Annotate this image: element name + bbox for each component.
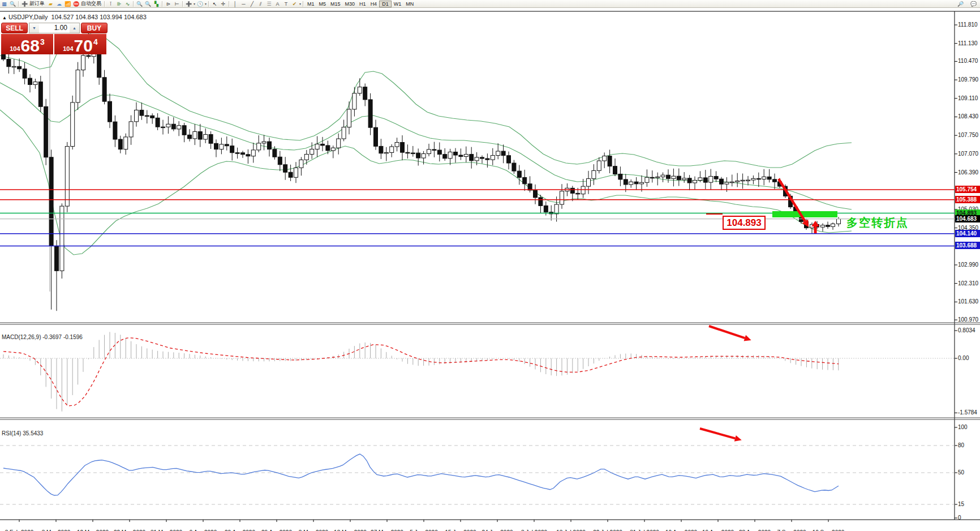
candle-body: [76, 70, 80, 102]
timeframe-m15[interactable]: M15: [328, 1, 343, 7]
text-icon[interactable]: A: [273, 1, 282, 7]
buy-button[interactable]: BUY: [81, 23, 108, 33]
rsi-direction-arrow-head: [734, 435, 742, 442]
signal-icon[interactable]: 📶: [63, 1, 72, 7]
search-icon[interactable]: 🔎: [956, 1, 965, 7]
chart-shift-icon[interactable]: ⊢: [173, 1, 181, 7]
new-order-icon[interactable]: ➕: [20, 1, 29, 7]
periods-icon[interactable]: 🕓: [196, 1, 204, 7]
crosshair-icon[interactable]: ✛: [219, 1, 227, 7]
candle-body: [182, 126, 186, 135]
volume-decrease-icon[interactable]: ▼: [29, 23, 39, 33]
price-level-label-104.683: 104.683: [955, 215, 980, 222]
timeframe-h1[interactable]: H1: [357, 1, 368, 7]
candle-body: [140, 110, 144, 115]
zoom-in-icon[interactable]: 🔍: [135, 1, 144, 7]
volume-value[interactable]: 1.00: [39, 23, 70, 33]
bid-price-box[interactable]: 104 68 3: [1, 34, 54, 54]
rsi-scale-tick: 80: [958, 442, 980, 448]
price-level-label-103.688: 103.688: [955, 242, 980, 249]
candle-body: [640, 182, 644, 183]
sell-button[interactable]: SELL: [1, 23, 28, 33]
candle-body: [512, 163, 516, 171]
fibonacci-icon[interactable]: ☰: [265, 1, 273, 7]
candle-body: [358, 87, 362, 93]
vertical-line-icon[interactable]: │: [231, 1, 239, 7]
volume-spinner[interactable]: ▼ 1.00 ▲: [29, 23, 80, 33]
volume-increase-icon[interactable]: ▲: [70, 23, 79, 33]
timeframe-h4[interactable]: H4: [368, 1, 380, 7]
candle-body: [448, 152, 452, 158]
candle-body: [427, 149, 431, 154]
candle-body: [390, 147, 394, 152]
zoom-out-icon[interactable]: 🔍: [144, 1, 152, 7]
indicators-icon[interactable]: ➕: [184, 1, 193, 7]
macd-signal-line: [3, 338, 839, 406]
feedback-icon[interactable]: 💬: [969, 1, 978, 7]
ask-price-box[interactable]: 104 70 4: [54, 34, 106, 54]
turning-point-highlight-bar[interactable]: [772, 211, 837, 217]
arrows-icon[interactable]: ✔: [290, 1, 299, 7]
timeframe-m5[interactable]: M5: [317, 1, 329, 7]
candle-body: [618, 174, 622, 179]
cloud-icon[interactable]: ☁: [55, 1, 63, 7]
candle-body: [55, 246, 59, 271]
horizontal-line-icon[interactable]: ─: [239, 1, 248, 7]
candle-body: [629, 182, 633, 185]
turning-point-annotation[interactable]: 多空转折点: [846, 215, 909, 230]
autoscroll-icon[interactable]: ⊳: [164, 1, 173, 7]
candle-body: [432, 149, 436, 151]
price-tick: 106.390: [958, 169, 980, 175]
price-annotation-box[interactable]: 104.893: [723, 216, 766, 230]
candle-body: [145, 115, 149, 117]
candle-body: [188, 135, 192, 139]
chart-window-icon[interactable]: ▦: [0, 1, 8, 7]
one-click-trade-panel: SELL ▼ 1.00 ▲ BUY 104 68 3 104 70 4: [1, 23, 108, 54]
timeframe-m1[interactable]: M1: [305, 1, 317, 7]
candle-body: [87, 55, 91, 57]
candle-body: [294, 168, 298, 177]
candle-body: [374, 127, 378, 146]
candle-body: [118, 139, 122, 149]
text-label-icon[interactable]: T: [282, 1, 290, 7]
candle-body: [220, 144, 223, 149]
autotrading-icon[interactable]: ⛔: [72, 1, 80, 7]
macd-label: MACD(12,26,9) -0.3697 -0.1596: [2, 334, 83, 340]
equidistant-channel-icon[interactable]: ⫽: [256, 1, 265, 7]
candle-body: [475, 157, 479, 161]
candle-body: [736, 181, 740, 182]
candle-body: [725, 182, 729, 184]
rsi-scale-tick: 50: [958, 469, 980, 476]
tile-windows-icon[interactable]: ▚: [152, 1, 161, 7]
periods-dropdown[interactable]: ▾: [204, 2, 207, 6]
market-watch-icon[interactable]: 🔍: [8, 1, 17, 7]
timeframe-d1[interactable]: D1: [379, 1, 392, 7]
bar-chart-icon[interactable]: ⊺: [106, 1, 115, 7]
arrows-dropdown[interactable]: ▾: [299, 2, 302, 6]
candle-body: [501, 151, 505, 156]
candle-body: [283, 165, 287, 172]
candle-body: [44, 106, 48, 157]
candle-body: [411, 153, 415, 154]
price-tick: 110.470: [958, 58, 980, 64]
candle-body: [826, 225, 830, 226]
timeframe-mn[interactable]: MN: [403, 1, 416, 7]
candle-body: [156, 118, 160, 127]
price-level-label-105.388: 105.388: [955, 196, 980, 203]
candlestick-icon[interactable]: ⊪: [115, 1, 123, 7]
candle-body: [28, 78, 32, 84]
timeframe-m30[interactable]: M30: [343, 1, 358, 7]
candle-body: [523, 177, 527, 183]
line-chart-icon[interactable]: ∿: [123, 1, 132, 7]
candle-body: [353, 93, 356, 109]
new-order-label[interactable]: 新订单: [29, 0, 46, 7]
chart-canvas[interactable]: [0, 8, 980, 531]
chart-ohlc-values: 104.527 104.843 103.994 104.683: [51, 14, 147, 20]
candle-body: [161, 127, 165, 128]
timeframe-w1[interactable]: W1: [392, 1, 404, 7]
candle-body: [560, 191, 564, 204]
cursor-icon[interactable]: ↖: [210, 1, 219, 7]
gold-icon[interactable]: ▰: [46, 1, 55, 7]
autotrading-label[interactable]: 自动交易: [80, 0, 103, 7]
trendline-icon[interactable]: ╱: [248, 1, 256, 7]
